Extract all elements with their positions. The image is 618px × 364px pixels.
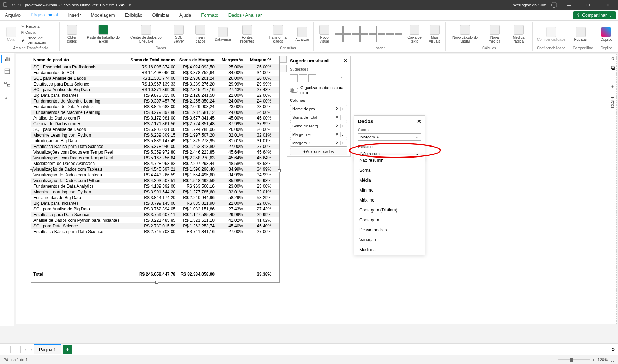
- enter-data-button[interactable]: Inserir dados: [190, 24, 210, 44]
- table-row[interactable]: SQL para Análise de Big DataR$ 3.762.394…: [31, 206, 279, 212]
- summarize-menu[interactable]: Não resumirSomaMédiaMínimoMáximoContagem…: [354, 155, 425, 255]
- chevron-left-icon[interactable]: «: [611, 55, 614, 62]
- summarize-option[interactable]: Variação: [354, 235, 425, 245]
- close-icon[interactable]: ✕: [343, 58, 347, 64]
- fit-page-button[interactable]: ⛶: [611, 358, 614, 362]
- chevron-right-icon[interactable]: ›: [340, 107, 345, 111]
- tab-pagina-inicial[interactable]: Página Inicial: [26, 10, 63, 20]
- table-row[interactable]: Machine Learning com PythonR$ 6.239.809,…: [31, 132, 279, 138]
- new-measure-button[interactable]: Nova medida: [484, 24, 505, 44]
- page-tab-1[interactable]: Página 1: [34, 344, 61, 354]
- summarize-option[interactable]: Mediana: [354, 245, 425, 255]
- field-pill[interactable]: Soma de Marg...✕›: [290, 122, 347, 129]
- copilot-button[interactable]: Copilot: [599, 26, 613, 42]
- remove-icon[interactable]: ✕: [334, 115, 340, 120]
- table-row[interactable]: Análise de Dados com RR$ 8.172.981,00R$ …: [31, 115, 279, 121]
- visual-header-analyze-icon[interactable]: [280, 65, 287, 72]
- new-visual-calc-button[interactable]: Novo cálculo do visual: [449, 24, 481, 44]
- cut-button[interactable]: ✂ Recortar: [21, 24, 56, 29]
- table-row[interactable]: Visualizações com Dados em Tempo RealR$ …: [31, 149, 279, 155]
- field-pill[interactable]: Margem %✕›: [290, 139, 347, 147]
- table-row[interactable]: SQL para Análise de DadosR$ 6.903.031,00…: [31, 127, 279, 132]
- table-visual[interactable]: Nome do produtoSoma de Total VendasSoma …: [31, 56, 280, 283]
- undo-icon[interactable]: ↶: [11, 3, 15, 7]
- add-data-button[interactable]: +Adicionar dados: [290, 148, 347, 155]
- desktop-view-icon[interactable]: [3, 346, 11, 353]
- table-row[interactable]: SQL Essencial para ProfissionaisR$ 16.09…: [31, 64, 279, 70]
- settings-icon[interactable]: ⚙: [611, 347, 615, 352]
- organize-toggle[interactable]: [290, 88, 298, 93]
- summarize-option[interactable]: Soma: [354, 165, 425, 175]
- table-row[interactable]: Visualizações com Dados em Tempo RealR$ …: [31, 155, 279, 161]
- table-row[interactable]: Fundamentos de Machine LearningR$ 8.279.…: [31, 110, 279, 115]
- excel-workbook-button[interactable]: Pasta de trabalho do Excel: [84, 24, 122, 44]
- tab-modelagem[interactable]: Modelagem: [86, 10, 120, 20]
- zoom-in-button[interactable]: +: [592, 358, 595, 362]
- table-body[interactable]: SQL Essencial para ProfissionaisR$ 16.09…: [31, 64, 279, 270]
- report-view-icon[interactable]: [1, 55, 10, 63]
- add-page-button[interactable]: +: [63, 345, 72, 354]
- refresh-button[interactable]: Atualizar: [294, 26, 311, 42]
- table-row[interactable]: Modelagem de Dados AvançadaR$ 4.728.963,…: [31, 161, 279, 166]
- table-row[interactable]: Estatística Básica para Data ScienceR$ 2…: [31, 229, 279, 235]
- avatar-icon[interactable]: [551, 2, 557, 8]
- mobile-view-icon[interactable]: [13, 346, 21, 353]
- tab-arquivo[interactable]: Arquivo: [0, 10, 26, 20]
- column-header[interactable]: Margem %: [215, 57, 243, 62]
- table-row[interactable]: Introdução ao Big DataR$ 5.886.147,49R$ …: [31, 138, 279, 144]
- summarize-option[interactable]: Média: [354, 175, 425, 185]
- zoom-out-button[interactable]: −: [553, 358, 555, 362]
- table-row[interactable]: Ciência de Dados com RR$ 7.171.861,56R$ …: [31, 121, 279, 127]
- copy-button[interactable]: ⎘ Copiar: [21, 30, 56, 35]
- table-row[interactable]: Estatística para Data ScienceR$ 3.759.60…: [31, 212, 279, 217]
- column-header[interactable]: Soma de Total Vendas: [129, 57, 175, 62]
- redo-icon[interactable]: ↷: [18, 3, 21, 7]
- onelake-button[interactable]: Centro de dados do OneLake: [125, 24, 167, 44]
- table-row[interactable]: Análise de Dados com Python para Inician…: [31, 217, 279, 223]
- model-view-icon[interactable]: [4, 81, 10, 89]
- save-icon[interactable]: [3, 2, 8, 8]
- remove-icon[interactable]: ✕: [334, 132, 340, 137]
- tab-inserir[interactable]: Inserir: [63, 10, 86, 20]
- summarize-option[interactable]: Mínimo: [354, 185, 425, 195]
- next-page-button[interactable]: ›: [28, 347, 34, 352]
- table-row[interactable]: Fundamentos de Machine LearningR$ 9.397.…: [31, 98, 279, 104]
- table-row[interactable]: SQL para Análise de DadosR$ 11.300.774,0…: [31, 76, 279, 81]
- filters-collapsed-pane[interactable]: « ⧉ ≡ ＋ Filtros: [607, 53, 618, 109]
- summarize-option[interactable]: Desvio padrão: [354, 225, 425, 235]
- field-pill[interactable]: Nome do pro...✕›: [290, 105, 347, 112]
- paste-button[interactable]: Colar: [5, 26, 18, 42]
- more-visuals-button[interactable]: Mais visuais: [427, 24, 443, 44]
- table-row[interactable]: Visualização de Dados com TableauR$ 4.44…: [31, 172, 279, 178]
- dropdown-icon[interactable]: ▾: [129, 3, 131, 7]
- column-header[interactable]: Nome do produto: [33, 57, 129, 62]
- chevron-right-icon[interactable]: ›: [340, 141, 345, 145]
- report-canvas[interactable]: Nome do produtoSoma de Total VendasSoma …: [16, 54, 617, 324]
- table-view-icon[interactable]: [4, 68, 10, 76]
- column-header[interactable]: Soma de Margem: [175, 57, 215, 62]
- minimize-button[interactable]: —: [562, 0, 576, 10]
- table-row[interactable]: Fundamentos de Data AnalyticsR$ 4.189.39…: [31, 183, 279, 189]
- table-row[interactable]: SQL para Data ScienceR$ 2.780.015,59R$ 1…: [31, 223, 279, 229]
- tab-dados-analisar[interactable]: Dados / Analisar: [223, 10, 267, 20]
- suggest-table-icon[interactable]: [290, 74, 298, 82]
- table-row[interactable]: Visualização de Dados com TableauR$ 4.54…: [31, 166, 279, 172]
- suggest-scatter-icon[interactable]: [308, 74, 316, 82]
- tab-otimizar[interactable]: Otimizar: [147, 10, 174, 20]
- publish-button[interactable]: Publicar: [573, 26, 589, 42]
- table-row[interactable]: Fundamentos de Data AnalyticsR$ 8.825.68…: [31, 104, 279, 110]
- text-box-button[interactable]: Caixa de texto: [405, 24, 424, 44]
- table-row[interactable]: Machine Learning com PythonR$ 3.991.544,…: [31, 189, 279, 195]
- sensitivity-button[interactable]: Confidencialidade: [536, 26, 567, 42]
- remove-icon[interactable]: ✕: [334, 106, 340, 111]
- zoom-slider[interactable]: [558, 359, 590, 360]
- dataverse-button[interactable]: Dataverse: [213, 26, 232, 42]
- tab-ajuda[interactable]: Ajuda: [174, 10, 196, 20]
- chevron-right-icon[interactable]: ›: [340, 115, 345, 120]
- tab-formato[interactable]: Formato: [196, 10, 223, 20]
- summarize-option[interactable]: Máximo: [354, 195, 425, 205]
- chevron-right-icon[interactable]: ›: [340, 124, 345, 128]
- prev-page-button[interactable]: ‹: [23, 347, 28, 352]
- visual-gallery[interactable]: [335, 26, 402, 42]
- campo-select[interactable]: Margem %⌄: [358, 133, 421, 141]
